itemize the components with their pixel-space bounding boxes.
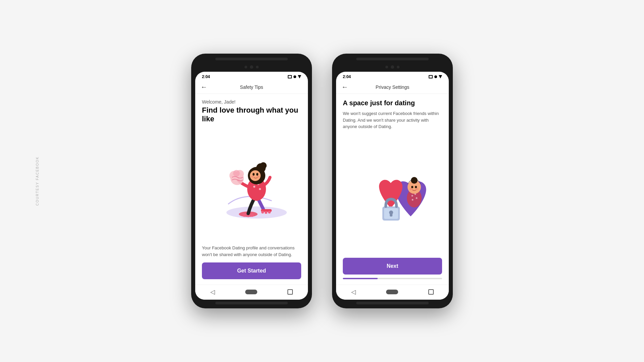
app-header-1: ← Safety Tips <box>195 80 308 94</box>
svg-point-0 <box>226 206 287 219</box>
phone-bottom-bar-2 <box>356 302 429 304</box>
status-icon-battery-2 <box>429 75 433 78</box>
nav-square-2[interactable] <box>428 289 434 295</box>
phone-screen-1: 2:04 ← Safety Tips Welcome, Jade! Find l… <box>195 72 308 300</box>
svg-point-30 <box>412 199 414 201</box>
status-icon-signal-2 <box>434 75 437 78</box>
progress-bar-container <box>343 278 442 279</box>
camera-dot-1a <box>245 66 247 68</box>
phone-top-bar-2 <box>356 58 429 60</box>
svg-point-6 <box>261 211 264 214</box>
svg-point-33 <box>411 186 413 188</box>
svg-point-10 <box>253 186 255 188</box>
app-header-inner-1: ← Safety Tips <box>201 83 303 91</box>
back-button-2[interactable]: ← <box>341 83 348 91</box>
heart-illustration-area <box>343 135 442 258</box>
svg-point-17 <box>233 170 240 177</box>
bottom-nav-1: ◁ <box>195 285 308 300</box>
status-icons-1 <box>288 75 301 78</box>
svg-point-20 <box>260 162 267 169</box>
phone-2: 2:04 ← Privacy Settings A space just for… <box>332 54 453 308</box>
svg-point-7 <box>265 211 267 214</box>
app-header-inner-2: ← Privacy Settings <box>341 83 443 91</box>
camera-dot-2a <box>385 66 388 68</box>
status-icon-wifi-1 <box>298 75 301 78</box>
privacy-title: A space just for dating <box>343 99 442 107</box>
svg-point-35 <box>410 188 412 190</box>
phone-notch-2 <box>336 62 449 72</box>
svg-point-25 <box>257 176 260 178</box>
svg-point-22 <box>253 173 255 176</box>
camera-dot-2b <box>391 65 394 69</box>
svg-point-4 <box>251 214 254 217</box>
svg-point-23 <box>256 173 258 176</box>
svg-point-21 <box>250 170 261 181</box>
phone-screen-2: 2:04 ← Privacy Settings A space just for… <box>336 72 449 300</box>
camera-dots-2 <box>385 65 399 69</box>
status-time-2: 2:04 <box>343 74 351 79</box>
phones-container: 2:04 ← Safety Tips Welcome, Jade! Find l… <box>191 54 453 308</box>
camera-dots-1 <box>245 65 259 69</box>
get-started-button[interactable]: Get Started <box>202 262 301 279</box>
nav-back-1[interactable]: ◁ <box>210 288 215 296</box>
screen-content-2: A space just for dating We won't suggest… <box>336 94 449 285</box>
status-icon-signal-1 <box>293 75 296 78</box>
header-title-1: Safety Tips <box>240 84 263 90</box>
nav-square-1[interactable] <box>287 289 293 295</box>
svg-point-29 <box>416 197 418 199</box>
skater-illustration-area <box>202 126 301 242</box>
svg-point-13 <box>259 188 261 190</box>
nav-home-2[interactable] <box>386 290 398 294</box>
watermark-text: COURTESY FACEBOOK <box>36 157 39 206</box>
nav-home-1[interactable] <box>245 290 257 294</box>
heart-lock-illustration <box>349 160 436 233</box>
svg-point-27 <box>412 195 413 197</box>
header-title-2: Privacy Settings <box>376 84 409 90</box>
phone-1: 2:04 ← Safety Tips Welcome, Jade! Find l… <box>191 54 312 308</box>
camera-dot-1c <box>256 66 259 68</box>
next-button[interactable]: Next <box>343 258 442 275</box>
status-bar-2: 2:04 <box>336 72 449 80</box>
description-text-1: Your Facebook Dating profile and convers… <box>202 245 301 258</box>
phone-bottom-bar-1 <box>215 302 288 304</box>
bottom-nav-2: ◁ <box>336 285 449 300</box>
status-icon-wifi-2 <box>439 75 442 78</box>
headline-text: Find love through what you like <box>202 106 301 124</box>
svg-point-36 <box>416 188 419 190</box>
phone-top-bar-1 <box>215 58 288 60</box>
status-icon-battery-1 <box>288 75 292 78</box>
svg-point-34 <box>415 186 417 188</box>
skater-illustration <box>205 144 299 224</box>
nav-back-2[interactable]: ◁ <box>351 288 356 296</box>
welcome-text: Welcome, Jade! <box>202 99 301 105</box>
privacy-description: We won't suggest current Facebook friend… <box>343 110 442 130</box>
svg-point-32 <box>411 177 418 184</box>
status-icons-2 <box>429 75 442 78</box>
progress-bar-fill <box>343 278 378 279</box>
status-time-1: 2:04 <box>202 74 210 79</box>
svg-point-24 <box>251 176 254 178</box>
svg-point-2 <box>243 214 246 217</box>
phone-notch-1 <box>195 62 308 72</box>
camera-dot-1b <box>250 65 253 69</box>
camera-dot-2c <box>397 66 399 68</box>
svg-point-8 <box>268 211 271 214</box>
back-button-1[interactable]: ← <box>201 83 207 91</box>
screen-content-1: Welcome, Jade! Find love through what yo… <box>195 94 308 285</box>
status-bar-1: 2:04 <box>195 72 308 80</box>
app-header-2: ← Privacy Settings <box>336 80 449 94</box>
svg-rect-40 <box>390 213 392 217</box>
